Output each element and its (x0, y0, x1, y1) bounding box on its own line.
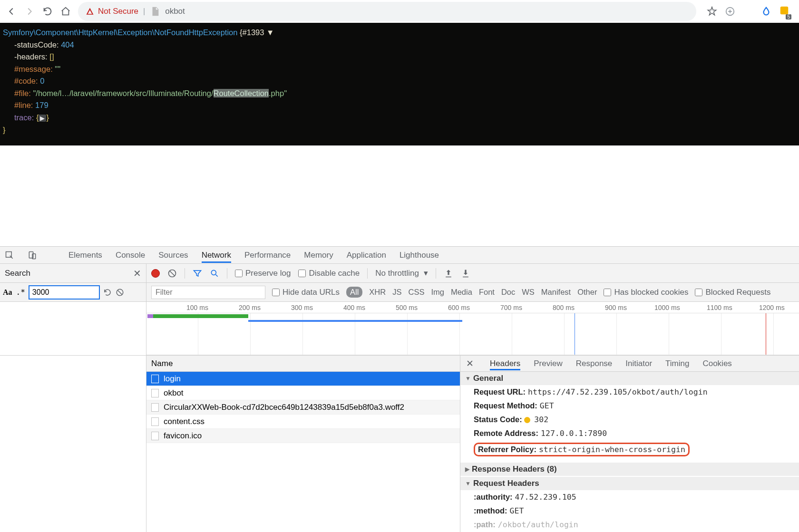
filter-icon[interactable] (193, 269, 202, 278)
blocked-requests-checkbox[interactable]: Blocked Requests (695, 288, 770, 297)
extensions-area: 5 (703, 5, 793, 18)
tab-sources[interactable]: Sources (158, 248, 188, 263)
home-button[interactable] (60, 6, 71, 17)
detail-tab-response[interactable]: Response (576, 357, 613, 370)
download-icon[interactable] (461, 269, 470, 278)
tab-lighthouse[interactable]: Lighthouse (400, 248, 439, 263)
snowflake-icon[interactable] (743, 6, 753, 17)
general-section[interactable]: ▼General (460, 372, 799, 385)
case-sensitive-toggle[interactable]: Aa (3, 288, 12, 297)
error-dump: Symfony\Component\HttpKernel\Exception\N… (0, 23, 799, 145)
search-input[interactable] (29, 286, 99, 299)
request-detail: ✕ Headers Preview Response Initiator Tim… (460, 356, 799, 532)
devtools-panel: Elements Console Sources Network Perform… (0, 246, 799, 532)
filter-manifest[interactable]: Manifest (541, 288, 571, 297)
name-column-header[interactable]: Name (146, 356, 460, 372)
filter-css[interactable]: CSS (408, 288, 424, 297)
forward-button[interactable] (24, 6, 35, 17)
tab-performance[interactable]: Performance (244, 248, 291, 263)
google-icon[interactable] (725, 6, 735, 17)
tab-application[interactable]: Application (347, 248, 386, 263)
search-refine: Aa .* (0, 283, 146, 301)
svg-rect-1 (780, 7, 789, 15)
clear-search-icon[interactable] (116, 288, 124, 297)
tab-memory[interactable]: Memory (304, 248, 333, 263)
detail-tab-cookies[interactable]: Cookies (702, 357, 731, 370)
address-bar[interactable]: Not Secure | okbot (78, 2, 696, 21)
svg-point-6 (211, 270, 216, 275)
file-icon (151, 432, 159, 440)
tab-network[interactable]: Network (202, 248, 231, 263)
preserve-log-checkbox[interactable]: Preserve log (235, 269, 291, 278)
clear-icon[interactable] (167, 269, 177, 278)
url-text: okbot (165, 7, 185, 16)
response-headers-section[interactable]: ▶Response Headers (8) (460, 463, 799, 476)
close-detail-icon[interactable]: ✕ (466, 358, 474, 369)
search-label: Search (5, 269, 30, 278)
request-area: Name login okbot CircularXXWeb-Book-cd7d… (0, 356, 799, 532)
not-secure-label: Not Secure (98, 7, 138, 16)
file-icon (151, 389, 159, 397)
filter-other[interactable]: Other (577, 288, 597, 297)
request-row-okbot[interactable]: okbot (146, 386, 460, 400)
expand-icon[interactable]: ▶ (39, 115, 46, 122)
network-toolbar: Search ✕ Preserve log Disable cache No t… (0, 264, 799, 283)
filter-js[interactable]: JS (392, 288, 401, 297)
droplet-icon[interactable] (761, 6, 771, 17)
timeline-ruler[interactable]: 100 ms 200 ms 300 ms 400 ms 500 ms 600 m… (146, 302, 799, 313)
timeline: 100 ms 200 ms 300 ms 400 ms 500 ms 600 m… (0, 302, 799, 356)
file-icon (151, 375, 159, 383)
filter-all[interactable]: All (346, 287, 362, 298)
browser-toolbar: Not Secure | okbot 5 (0, 0, 799, 23)
filter-media[interactable]: Media (451, 288, 472, 297)
has-blocked-cookies-checkbox[interactable]: Has blocked cookies (604, 288, 688, 297)
request-row-favicon[interactable]: favicon.ico (146, 429, 460, 443)
request-row-font[interactable]: CircularXXWeb-Book-cd7d2bcec649b1243839a… (146, 400, 460, 415)
upload-icon[interactable] (444, 269, 453, 278)
close-search-icon[interactable]: ✕ (133, 268, 141, 279)
timeline-overview[interactable] (146, 313, 799, 355)
back-button[interactable] (6, 6, 17, 17)
detail-tab-preview[interactable]: Preview (534, 357, 562, 370)
document-icon (150, 6, 160, 17)
request-list: Name login okbot CircularXXWeb-Book-cd7d… (146, 356, 460, 532)
request-headers-section[interactable]: ▼Request Headers (460, 477, 799, 490)
device-icon[interactable] (28, 251, 37, 260)
filter-doc[interactable]: Doc (501, 288, 515, 297)
address-separator: | (143, 7, 145, 16)
detail-tab-headers[interactable]: Headers (490, 357, 520, 370)
reload-button[interactable] (42, 6, 53, 17)
file-icon (151, 403, 159, 412)
inspect-icon[interactable] (5, 251, 14, 260)
exception-class: Symfony\Component\HttpKernel\Exception\N… (3, 28, 237, 37)
hide-data-urls-checkbox[interactable]: Hide data URLs (272, 288, 340, 297)
disable-cache-checkbox[interactable]: Disable cache (298, 269, 360, 278)
filter-toolbar: Aa .* Hide data URLs All XHR JS CSS Img … (0, 283, 799, 302)
devtools-tabs: Elements Console Sources Network Perform… (0, 247, 799, 264)
tab-elements[interactable]: Elements (68, 248, 102, 263)
status-dot-icon (524, 417, 530, 423)
throttling-select[interactable]: No throttling ▾ (375, 268, 428, 278)
security-indicator[interactable]: Not Secure (86, 7, 138, 16)
detail-tab-initiator[interactable]: Initiator (625, 357, 652, 370)
referrer-policy-callout: Referrer Policy:strict-origin-when-cross… (474, 443, 690, 456)
extension-badge-icon[interactable]: 5 (779, 5, 789, 18)
filter-font[interactable]: Font (479, 288, 495, 297)
star-icon[interactable] (707, 6, 717, 17)
search-panel-header: Search ✕ (0, 264, 146, 282)
tab-console[interactable]: Console (116, 248, 145, 263)
search-icon[interactable] (210, 269, 219, 278)
regex-toggle[interactable]: .* (16, 288, 25, 297)
detail-tabs: ✕ Headers Preview Response Initiator Tim… (460, 356, 799, 372)
filter-ws[interactable]: WS (522, 288, 535, 297)
request-row-login[interactable]: login (146, 372, 460, 386)
request-row-css[interactable]: content.css (146, 415, 460, 429)
file-icon (151, 417, 159, 426)
detail-tab-timing[interactable]: Timing (665, 357, 689, 370)
refresh-icon[interactable] (103, 288, 112, 297)
filter-xhr[interactable]: XHR (369, 288, 386, 297)
filter-img[interactable]: Img (431, 288, 444, 297)
badge-count: 5 (786, 14, 791, 19)
filter-input[interactable] (151, 286, 265, 299)
record-button[interactable] (151, 269, 160, 278)
